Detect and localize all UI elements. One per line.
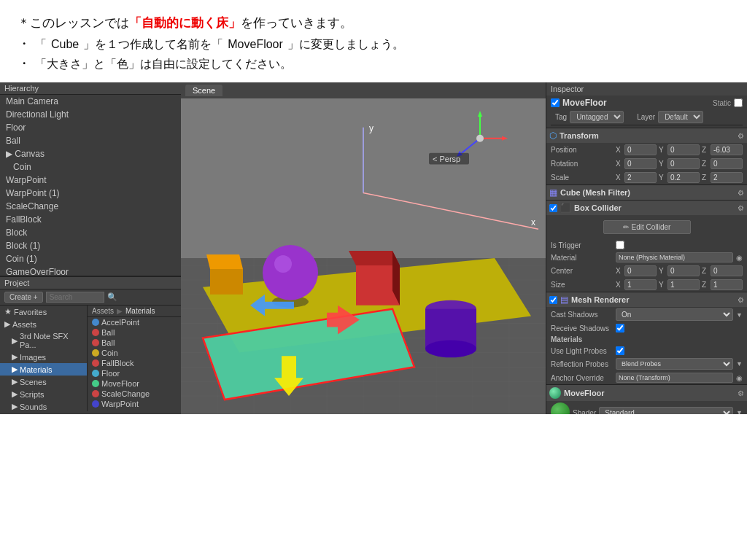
project-favorites[interactable]: ★ Favorites <box>0 306 87 318</box>
receive-shadows-checkbox[interactable] <box>616 324 624 332</box>
hierarchy-item-block1[interactable]: Block (1) <box>0 239 181 252</box>
transform-header[interactable]: ⬡ Transform ⚙ <box>546 128 747 143</box>
box-collider-settings-icon[interactable]: ⚙ <box>738 204 744 212</box>
hierarchy-item-ball[interactable]: Ball <box>0 134 181 147</box>
position-y-input[interactable] <box>667 144 700 155</box>
asset-warppoint[interactable]: WarpPoint <box>88 399 181 409</box>
scale-y-input[interactable] <box>667 172 700 183</box>
asset-dot-coin <box>92 349 99 357</box>
hierarchy-item-floor[interactable]: Floor <box>0 121 181 134</box>
edit-collider-button[interactable]: ✏ Edit Collider <box>603 220 691 234</box>
project-3rdnote[interactable]: ▶ 3rd Note SFX Pa... <box>0 330 87 351</box>
asset-dot-movefloor <box>92 380 99 387</box>
material-settings-icon[interactable]: ⚙ <box>738 389 744 397</box>
box-collider-header[interactable]: ⬛ Box Collider ⚙ <box>546 201 747 215</box>
folder-icon: ▶ <box>4 319 10 329</box>
rot-z-label: Z <box>702 160 709 168</box>
project-scenes[interactable]: ▶ Scenes <box>0 376 87 388</box>
3rdnote-label: 3rd Note SFX Pa... <box>20 332 82 349</box>
use-light-probes-checkbox[interactable] <box>616 346 624 355</box>
center-y-input[interactable] <box>667 265 700 276</box>
scene-viewport[interactable]: y x < Persp <box>181 98 546 414</box>
project-sounds[interactable]: ▶ Sounds <box>0 400 87 411</box>
rotation-z-input[interactable] <box>711 158 743 169</box>
hierarchy-item-coin1[interactable]: Coin (1) <box>0 252 181 265</box>
anchor-override-value: None (Transform) <box>616 373 733 383</box>
asset-ball2[interactable]: Ball <box>88 338 181 348</box>
hierarchy-item-warppoint[interactable]: WarpPoint <box>0 174 181 187</box>
size-label: Size <box>551 281 613 289</box>
mesh-renderer-enabled-checkbox[interactable] <box>549 296 557 304</box>
tag-dropdown[interactable]: Untagged <box>570 111 624 123</box>
scene-tab[interactable]: Scene <box>185 85 222 96</box>
mesh-filter-settings-icon[interactable]: ⚙ <box>738 189 744 197</box>
reflection-probes-label: Reflection Probes <box>551 360 613 368</box>
cast-shadows-dropdown[interactable]: On <box>616 308 733 321</box>
hierarchy-scroll[interactable]: Main Camera Directional Light Floor Ball… <box>0 95 181 276</box>
search-icon[interactable]: 🔍 <box>107 292 117 302</box>
asset-dot-scalechange <box>92 390 99 397</box>
static-checkbox[interactable] <box>734 98 743 107</box>
hierarchy-item-coin[interactable]: Coin <box>0 160 181 174</box>
asset-scalechange[interactable]: ScaleChange <box>88 389 181 399</box>
shader-dropdown[interactable]: Standard <box>599 407 733 415</box>
asset-fallblock[interactable]: FallBlock <box>88 358 181 368</box>
hierarchy-item-block[interactable]: Block <box>0 226 181 239</box>
reflection-probes-row: Reflection Probes Blend Probes ▼ <box>546 357 747 371</box>
asset-dot-fallblock <box>92 359 99 367</box>
scale-z-input[interactable] <box>711 172 743 183</box>
hierarchy-item-canvas[interactable]: ▶ Canvas <box>0 147 181 160</box>
rotation-y-input[interactable] <box>667 158 700 169</box>
asset-movefloor[interactable]: MoveFloor <box>88 378 181 389</box>
size-x-input[interactable] <box>624 279 657 290</box>
rotation-x-input[interactable] <box>624 158 657 169</box>
box-collider-section: ⬛ Box Collider ⚙ ✏ Edit Collider Is Trig… <box>546 201 747 292</box>
hierarchy-item-warppoint1[interactable]: WarpPoint (1) <box>0 187 181 200</box>
is-trigger-checkbox[interactable] <box>616 241 624 249</box>
position-z-input[interactable] <box>711 144 743 155</box>
size-z-input[interactable] <box>711 279 743 290</box>
project-create-button[interactable]: Create + <box>4 292 43 303</box>
instruction-text-1b: を作っていきます。 <box>241 16 352 30</box>
project-panel: Project Create + 🔍 ★ Favorites ▶ Assets <box>0 276 181 414</box>
center-x-item: X <box>616 265 657 276</box>
use-light-probes-label: Use Light Probes <box>551 347 613 355</box>
mesh-renderer-header[interactable]: ▤ Mesh Renderer ⚙ <box>546 292 747 307</box>
mesh-filter-header[interactable]: ▦ Cube (Mesh Filter) ⚙ <box>546 185 747 200</box>
breadcrumb-materials: Materials <box>125 307 155 315</box>
anchor-override-picker-icon[interactable]: ◉ <box>736 374 743 382</box>
hierarchy-item-maincamera[interactable]: Main Camera <box>0 95 181 108</box>
material-picker-icon[interactable]: ◉ <box>736 254 743 262</box>
asset-floor[interactable]: Floor <box>88 368 181 378</box>
project-images[interactable]: ▶ Images <box>0 351 87 363</box>
object-active-checkbox[interactable] <box>551 98 560 107</box>
scene-svg: y x < Persp <box>181 98 546 414</box>
mesh-renderer-title: Mesh Renderer <box>571 295 735 304</box>
shader-label: Shader <box>573 409 596 415</box>
asset-coin[interactable]: Coin <box>88 348 181 358</box>
material-header[interactable]: MoveFloor ⚙ <box>546 385 747 401</box>
center-x-input[interactable] <box>624 265 657 276</box>
scale-x-input[interactable] <box>624 172 657 183</box>
center-xyz: X Y Z <box>616 265 743 276</box>
asset-ball1[interactable]: Ball <box>88 327 181 338</box>
hierarchy-item-gameoverfloor[interactable]: GameOverFloor <box>0 265 181 276</box>
position-x-input[interactable] <box>624 144 657 155</box>
asset-accelpoint[interactable]: AccelPoint <box>88 317 181 327</box>
rotation-label: Rotation <box>551 160 613 168</box>
size-y-input[interactable] <box>667 279 700 290</box>
settings-icon[interactable]: ⚙ <box>738 132 744 140</box>
reflection-probes-dropdown[interactable]: Blend Probes <box>616 358 733 370</box>
box-collider-enabled-checkbox[interactable] <box>549 204 557 212</box>
center-z-input[interactable] <box>711 265 743 276</box>
hierarchy-item-directionallight[interactable]: Directional Light <box>0 108 181 121</box>
hierarchy-item-scalechange[interactable]: ScaleChange <box>0 200 181 213</box>
hierarchy-item-fallblock[interactable]: FallBlock <box>0 213 181 226</box>
project-assets-root[interactable]: ▶ Assets <box>0 318 87 330</box>
mesh-renderer-settings-icon[interactable]: ⚙ <box>738 296 744 304</box>
project-search-input[interactable] <box>46 292 104 303</box>
project-scripts[interactable]: ▶ Scripts <box>0 388 87 400</box>
material-info: Shader Standard ▼ <box>573 405 743 415</box>
project-materials[interactable]: ▶ Materials <box>0 363 87 376</box>
layer-dropdown[interactable]: Default <box>658 111 703 123</box>
